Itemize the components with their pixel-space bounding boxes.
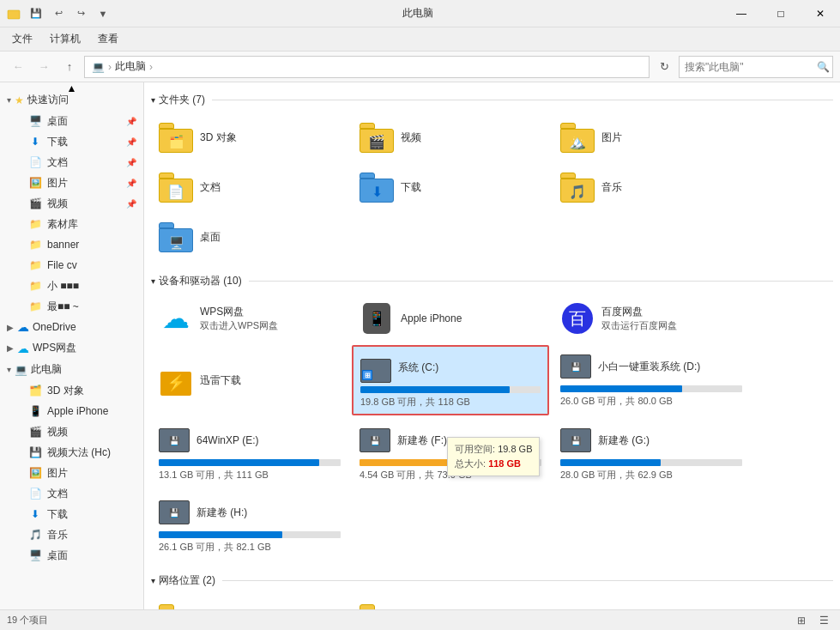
devices-divider	[249, 281, 833, 282]
folder-picture-icon: 🏔️	[560, 120, 595, 154]
search-input[interactable]	[685, 61, 813, 73]
quick-access-toolbar: 💾 ↩ ↪ ▼	[26, 3, 113, 24]
device-wps-cloud[interactable]: ☁ WPS网盘 双击进入WPS网盘	[151, 295, 348, 342]
device-drive-d[interactable]: 💾 小白一键重装系统 (D:) 26.0 GB 可用，共 80.0 GB	[553, 345, 750, 415]
sidebar-item-doc2[interactable]: 📄 文档	[0, 483, 143, 504]
drive-g-progress	[560, 459, 742, 466]
sidebar-item-small[interactable]: 📁 小 ■■■	[0, 276, 143, 296]
sidebar-item-desktop2[interactable]: 🖥️ 桌面	[0, 545, 143, 566]
device-iphone[interactable]: 📱 Apple iPhone	[352, 295, 549, 342]
sidebar-wps-header[interactable]: ▶ ☁ WPS网盘	[0, 337, 143, 359]
device-drive-f[interactable]: 💾 新建卷 (F:) 4.54 GB 可用，共 73.0 GB 可用空间: 19…	[352, 419, 549, 488]
folder-video-icon: 🎬	[360, 120, 394, 154]
forward-button[interactable]: →	[33, 56, 55, 78]
close-button[interactable]: ✕	[801, 0, 840, 27]
qat-dropdown-button[interactable]: ▼	[93, 3, 113, 24]
device-drive-h[interactable]: 💾 新建卷 (H:) 26.1 GB 可用，共 82.1 GB	[151, 491, 348, 560]
sidebar-item-picture[interactable]: 🖼️ 图片 📌	[0, 173, 143, 193]
folder-desktop[interactable]: 🖥️ 桌面	[151, 214, 348, 260]
view-grid-button[interactable]: ⊞	[792, 611, 811, 630]
device-drive-e[interactable]: 💾 64WinXP (E:) 13.1 GB 可用，共 111 GB	[151, 419, 348, 488]
folder-download[interactable]: ⬇ 下载	[352, 164, 549, 210]
devices-section-header[interactable]: ▾ 设备和驱动器 (10)	[151, 270, 833, 292]
sidebar-thispc-header[interactable]: ▾ 💻 此电脑	[0, 359, 143, 380]
sidebar-item-video-label: 视频	[47, 197, 68, 211]
folder-document-icon: 📄	[159, 170, 193, 204]
drive-g-info: 28.0 GB 可用，共 62.9 GB	[560, 469, 742, 482]
network-grid: ↑↓ 视频大法 (Hc) ↑↓ 早点	[151, 591, 833, 609]
sidebar-item-recent-label: 最■■ ~	[47, 300, 79, 314]
minimize-button[interactable]: —	[722, 0, 761, 27]
undo-qat-button[interactable]: ↩	[48, 3, 69, 24]
search-box[interactable]: 🔍	[679, 56, 833, 78]
wps-expand-icon: ▶	[7, 343, 14, 353]
sidebar-item-filecv[interactable]: 📁 File cv	[0, 255, 143, 276]
doc2-sidebar-icon: 📄	[27, 486, 43, 501]
sidebar-item-video2[interactable]: 🎬 视频	[0, 421, 143, 442]
folder-desktop-label: 桌面	[200, 230, 221, 245]
sidebar-item-dl2[interactable]: ⬇ 下载	[0, 504, 143, 524]
sidebar-item-download[interactable]: ⬇ 下载 📌	[0, 131, 143, 152]
menu-computer[interactable]: 计算机	[41, 28, 89, 50]
sidebar-onedrive-header[interactable]: ▶ ☁ OneDrive	[0, 317, 143, 337]
view-list-button[interactable]: ☰	[814, 611, 833, 630]
up-button[interactable]: ↑	[58, 56, 81, 78]
device-drive-c[interactable]: ⊞ 系统 (C:) 19.8 GB 可用，共 118 GB	[352, 345, 549, 415]
folder-video[interactable]: 🎬 视频	[352, 114, 549, 161]
iphone-icon: 📱	[360, 301, 394, 336]
device-thunder[interactable]: ⚡ 迅雷下载	[151, 345, 348, 415]
folders-section: ▾ 文件夹 (7) 🗂️ 3D 对象	[151, 89, 833, 264]
thunder-icon: ⚡	[159, 363, 193, 397]
folder-music[interactable]: 🎵 音乐	[553, 164, 750, 210]
sidebar-item-iphone-label: Apple iPhone	[47, 405, 108, 417]
sidebar-item-document[interactable]: 📄 文档 📌	[0, 152, 143, 173]
sidebar-item-3d[interactable]: 🗂️ 3D 对象	[0, 380, 143, 401]
baidu-cloud-icon: 百	[560, 301, 595, 336]
sidebar-item-iphone[interactable]: 📱 Apple iPhone	[0, 401, 143, 421]
music-sidebar-icon: 🎵	[27, 527, 43, 542]
network-section-header[interactable]: ▾ 网络位置 (2)	[151, 570, 833, 591]
wps-cloud-icon: ☁	[159, 301, 193, 336]
refresh-button[interactable]: ↻	[653, 56, 675, 78]
sidebar-item-desktop[interactable]: 🖥️ 桌面 📌	[0, 111, 143, 131]
sidebar-item-videomethod[interactable]: 💾 视频大法 (Hc)	[0, 442, 143, 463]
network-item-zaodian[interactable]: ↑↓ 早点	[352, 595, 549, 609]
folder-recent-icon: 📁	[27, 299, 43, 314]
sidebar-item-pic2[interactable]: 🖼️ 图片	[0, 463, 143, 483]
device-baidu-sublabel: 双击运行百度网盘	[601, 319, 677, 332]
menu-view[interactable]: 查看	[89, 28, 127, 50]
sidebar-item-video[interactable]: 🎬 视频 📌	[0, 193, 143, 214]
folder-document[interactable]: 📄 文档	[151, 164, 348, 210]
device-drive-g[interactable]: 💾 新建卷 (G:) 28.0 GB 可用，共 62.9 GB	[553, 419, 750, 488]
folders-section-header[interactable]: ▾ 文件夹 (7)	[151, 89, 833, 111]
status-bar: 19 个项目 ⊞ ☰	[0, 609, 840, 630]
tooltip-total-row: 总大小: 118 GB	[455, 457, 532, 470]
menu-file[interactable]: 文件	[3, 28, 41, 50]
sidebar-item-desktop2-label: 桌面	[47, 548, 68, 563]
device-baidu[interactable]: 百 百度网盘 双击运行百度网盘	[553, 295, 750, 342]
status-bar-right: ⊞ ☰	[792, 611, 833, 630]
dl2-sidebar-icon: ⬇	[27, 506, 43, 522]
folders-divider	[212, 100, 833, 100]
restore-button[interactable]: □	[761, 0, 801, 27]
redo-qat-button[interactable]: ↪	[70, 3, 91, 24]
folder-3d-object[interactable]: 🗂️ 3D 对象	[151, 114, 348, 161]
address-path[interactable]: 💻 › 此电脑 ›	[84, 56, 650, 78]
sidebar-item-banner[interactable]: 📁 banner	[0, 234, 143, 255]
sidebar: ▲ ▾ ★ 快速访问 🖥️ 桌面 📌 ⬇ 下载 📌 📄 文档 📌 🖼️ 图片 📌	[0, 82, 144, 609]
folder-banner-icon: 📁	[27, 237, 43, 252]
drive-g-icon: 💾	[560, 425, 591, 456]
network-collapse-icon: ▾	[151, 576, 155, 585]
folder-picture[interactable]: 🏔️ 图片	[553, 114, 750, 161]
sidebar-item-material[interactable]: 📁 素材库	[0, 214, 143, 234]
back-button[interactable]: ←	[7, 56, 29, 78]
devices-collapse-icon: ▾	[151, 276, 155, 286]
sidebar-item-recent[interactable]: 📁 最■■ ~	[0, 296, 143, 317]
drive-h-label: 新建卷 (H:)	[196, 506, 247, 520]
save-qat-button[interactable]: 💾	[26, 3, 46, 24]
desktop2-sidebar-icon: 🖥️	[27, 548, 43, 563]
sidebar-scroll-up[interactable]: ▲	[0, 82, 143, 89]
network-item-videomethod[interactable]: ↑↓ 视频大法 (Hc)	[151, 595, 348, 609]
desktop-icon: 🖥️	[27, 113, 43, 129]
sidebar-item-music[interactable]: 🎵 音乐	[0, 524, 143, 545]
